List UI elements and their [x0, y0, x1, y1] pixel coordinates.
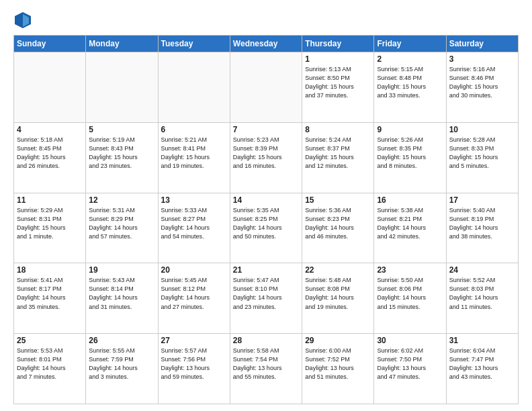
day-info: Sunrise: 5:18 AM Sunset: 8:45 PM Dayligh… [17, 136, 83, 171]
calendar-cell: 2Sunrise: 5:15 AM Sunset: 8:48 PM Daylig… [374, 52, 446, 123]
day-info: Sunrise: 5:36 AM Sunset: 8:23 PM Dayligh… [305, 206, 371, 241]
day-number: 19 [89, 265, 154, 275]
calendar-cell: 23Sunrise: 5:50 AM Sunset: 8:06 PM Dayli… [374, 263, 446, 334]
calendar-cell: 13Sunrise: 5:33 AM Sunset: 8:27 PM Dayli… [158, 193, 230, 263]
calendar-cell: 1Sunrise: 5:13 AM Sunset: 8:50 PM Daylig… [302, 52, 374, 123]
day-info: Sunrise: 6:00 AM Sunset: 7:52 PM Dayligh… [305, 347, 371, 381]
calendar-cell: 10Sunrise: 5:28 AM Sunset: 8:33 PM Dayli… [446, 122, 518, 193]
day-number: 16 [377, 195, 443, 205]
day-number: 1 [305, 54, 371, 64]
day-of-week-header: Tuesday [158, 36, 230, 52]
day-number: 22 [305, 265, 371, 275]
day-number: 21 [233, 265, 299, 275]
day-info: Sunrise: 5:41 AM Sunset: 8:17 PM Dayligh… [17, 276, 83, 311]
day-info: Sunrise: 5:33 AM Sunset: 8:27 PM Dayligh… [161, 206, 227, 241]
calendar-cell: 7Sunrise: 5:23 AM Sunset: 8:39 PM Daylig… [230, 122, 302, 193]
day-number: 25 [17, 336, 83, 345]
calendar-cell: 25Sunrise: 5:53 AM Sunset: 8:01 PM Dayli… [14, 334, 86, 404]
calendar-cell: 17Sunrise: 5:40 AM Sunset: 8:19 PM Dayli… [446, 193, 518, 263]
day-number: 18 [17, 265, 83, 275]
day-number: 11 [17, 195, 83, 205]
day-number: 29 [305, 336, 371, 345]
day-number: 2 [377, 54, 443, 64]
calendar-cell: 6Sunrise: 5:21 AM Sunset: 8:41 PM Daylig… [158, 122, 230, 193]
day-info: Sunrise: 5:28 AM Sunset: 8:33 PM Dayligh… [449, 136, 515, 171]
calendar-cell: 21Sunrise: 5:47 AM Sunset: 8:10 PM Dayli… [230, 263, 302, 334]
day-number: 13 [161, 195, 227, 205]
calendar-cell: 3Sunrise: 5:16 AM Sunset: 8:46 PM Daylig… [446, 52, 518, 123]
day-of-week-header: Sunday [14, 36, 86, 52]
day-number: 6 [161, 125, 227, 134]
day-of-week-header: Friday [374, 36, 446, 52]
day-number: 9 [377, 125, 443, 134]
calendar-cell: 27Sunrise: 5:57 AM Sunset: 7:56 PM Dayli… [158, 334, 230, 404]
calendar-cell: 11Sunrise: 5:29 AM Sunset: 8:31 PM Dayli… [14, 193, 86, 263]
day-number: 24 [449, 265, 515, 275]
day-number: 4 [17, 125, 83, 134]
day-number: 8 [305, 125, 371, 134]
day-number: 14 [233, 195, 299, 205]
logo [13, 11, 35, 30]
calendar-cell [230, 52, 302, 123]
calendar-cell: 9Sunrise: 5:26 AM Sunset: 8:35 PM Daylig… [374, 122, 446, 193]
day-info: Sunrise: 6:04 AM Sunset: 7:47 PM Dayligh… [449, 347, 515, 381]
day-info: Sunrise: 5:40 AM Sunset: 8:19 PM Dayligh… [449, 206, 515, 241]
day-number: 12 [89, 195, 154, 205]
day-number: 27 [161, 336, 227, 345]
logo-icon [13, 11, 32, 30]
calendar-cell: 24Sunrise: 5:52 AM Sunset: 8:03 PM Dayli… [446, 263, 518, 334]
day-number: 7 [233, 125, 299, 134]
calendar-cell: 28Sunrise: 5:58 AM Sunset: 7:54 PM Dayli… [230, 334, 302, 404]
day-info: Sunrise: 5:31 AM Sunset: 8:29 PM Dayligh… [89, 206, 154, 241]
day-number: 17 [449, 195, 515, 205]
calendar-cell: 18Sunrise: 5:41 AM Sunset: 8:17 PM Dayli… [14, 263, 86, 334]
calendar-cell [86, 52, 158, 123]
day-number: 23 [377, 265, 443, 275]
days-of-week-row: SundayMondayTuesdayWednesdayThursdayFrid… [14, 36, 519, 52]
page: SundayMondayTuesdayWednesdayThursdayFrid… [0, 0, 532, 411]
calendar-body: 1Sunrise: 5:13 AM Sunset: 8:50 PM Daylig… [14, 52, 519, 404]
week-row: 4Sunrise: 5:18 AM Sunset: 8:45 PM Daylig… [14, 122, 519, 193]
calendar-table: SundayMondayTuesdayWednesdayThursdayFrid… [13, 35, 519, 404]
day-of-week-header: Thursday [302, 36, 374, 52]
calendar-cell: 8Sunrise: 5:24 AM Sunset: 8:37 PM Daylig… [302, 122, 374, 193]
day-info: Sunrise: 5:53 AM Sunset: 8:01 PM Dayligh… [17, 347, 83, 381]
calendar-cell: 26Sunrise: 5:55 AM Sunset: 7:59 PM Dayli… [86, 334, 158, 404]
calendar-cell [14, 52, 86, 123]
calendar-cell: 20Sunrise: 5:45 AM Sunset: 8:12 PM Dayli… [158, 263, 230, 334]
day-number: 26 [89, 336, 154, 345]
day-info: Sunrise: 5:47 AM Sunset: 8:10 PM Dayligh… [233, 276, 299, 311]
day-info: Sunrise: 5:15 AM Sunset: 8:48 PM Dayligh… [377, 65, 443, 100]
day-info: Sunrise: 5:23 AM Sunset: 8:39 PM Dayligh… [233, 136, 299, 171]
calendar-cell: 19Sunrise: 5:43 AM Sunset: 8:14 PM Dayli… [86, 263, 158, 334]
calendar-cell: 22Sunrise: 5:48 AM Sunset: 8:08 PM Dayli… [302, 263, 374, 334]
day-of-week-header: Wednesday [230, 36, 302, 52]
calendar-cell [158, 52, 230, 123]
calendar-cell: 15Sunrise: 5:36 AM Sunset: 8:23 PM Dayli… [302, 193, 374, 263]
day-number: 15 [305, 195, 371, 205]
day-info: Sunrise: 5:29 AM Sunset: 8:31 PM Dayligh… [17, 206, 83, 241]
day-number: 28 [233, 336, 299, 345]
calendar-cell: 30Sunrise: 6:02 AM Sunset: 7:50 PM Dayli… [374, 334, 446, 404]
day-info: Sunrise: 5:26 AM Sunset: 8:35 PM Dayligh… [377, 136, 443, 171]
calendar-cell: 16Sunrise: 5:38 AM Sunset: 8:21 PM Dayli… [374, 193, 446, 263]
day-info: Sunrise: 5:58 AM Sunset: 7:54 PM Dayligh… [233, 347, 299, 381]
day-number: 20 [161, 265, 227, 275]
calendar-cell: 12Sunrise: 5:31 AM Sunset: 8:29 PM Dayli… [86, 193, 158, 263]
calendar-cell: 14Sunrise: 5:35 AM Sunset: 8:25 PM Dayli… [230, 193, 302, 263]
header [13, 11, 519, 30]
day-of-week-header: Saturday [446, 36, 518, 52]
day-info: Sunrise: 5:48 AM Sunset: 8:08 PM Dayligh… [305, 276, 371, 311]
calendar-cell: 31Sunrise: 6:04 AM Sunset: 7:47 PM Dayli… [446, 334, 518, 404]
day-info: Sunrise: 6:02 AM Sunset: 7:50 PM Dayligh… [377, 347, 443, 381]
day-info: Sunrise: 5:16 AM Sunset: 8:46 PM Dayligh… [449, 65, 515, 100]
week-row: 1Sunrise: 5:13 AM Sunset: 8:50 PM Daylig… [14, 52, 519, 123]
week-row: 11Sunrise: 5:29 AM Sunset: 8:31 PM Dayli… [14, 193, 519, 263]
calendar-cell: 29Sunrise: 6:00 AM Sunset: 7:52 PM Dayli… [302, 334, 374, 404]
day-info: Sunrise: 5:43 AM Sunset: 8:14 PM Dayligh… [89, 276, 154, 311]
day-info: Sunrise: 5:19 AM Sunset: 8:43 PM Dayligh… [89, 136, 154, 171]
day-number: 10 [449, 125, 515, 134]
day-info: Sunrise: 5:50 AM Sunset: 8:06 PM Dayligh… [377, 276, 443, 311]
week-row: 18Sunrise: 5:41 AM Sunset: 8:17 PM Dayli… [14, 263, 519, 334]
day-info: Sunrise: 5:13 AM Sunset: 8:50 PM Dayligh… [305, 65, 371, 100]
